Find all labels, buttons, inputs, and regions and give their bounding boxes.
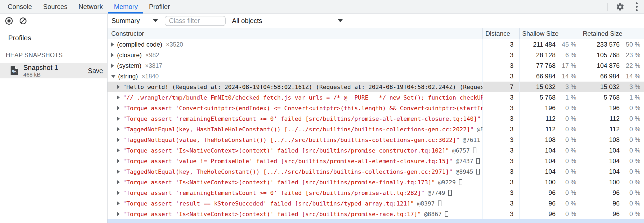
expand-arrow-icon[interactable] bbox=[117, 201, 120, 206]
class-filter-input[interactable] bbox=[165, 16, 226, 26]
table-row[interactable]: "TaggedNotEqual(value, TheHoleConstant()… bbox=[108, 135, 644, 145]
expand-arrow-icon[interactable] bbox=[117, 180, 120, 184]
expand-arrow-icon[interactable] bbox=[117, 106, 120, 110]
object-id: @8867 bbox=[424, 211, 442, 217]
constructor-cell: "Torque assert 'Is<NativeContext>(contex… bbox=[108, 177, 482, 188]
string-value: "// .wrangler/tmp/bundle-FmNIt0/checked-… bbox=[123, 94, 482, 101]
distance-cell: 3 bbox=[482, 166, 519, 177]
retained-size-cell: 1040 % bbox=[580, 156, 644, 166]
distance-cell: 3 bbox=[482, 198, 519, 209]
shallow-size-percent: 3 % bbox=[556, 83, 580, 91]
object-id: @7611 bbox=[463, 137, 480, 143]
retained-size-cell: 1040 % bbox=[580, 145, 644, 156]
expand-arrow-icon[interactable] bbox=[117, 159, 120, 163]
settings-button[interactable] bbox=[615, 2, 625, 12]
expand-arrow-icon[interactable] bbox=[117, 138, 120, 142]
table-row[interactable]: "Torque assert 'result == kStoreSucceded… bbox=[108, 198, 644, 209]
save-snapshot-link[interactable]: Save bbox=[88, 67, 103, 75]
tab-memory[interactable]: Memory bbox=[108, 0, 143, 14]
constructor-cell: "TaggedNotEqual(key, HashTableHoleConsta… bbox=[108, 124, 482, 135]
retained-size-percent: 0 % bbox=[620, 115, 644, 122]
expand-arrow-icon[interactable] bbox=[117, 212, 120, 216]
expand-arrow-icon[interactable] bbox=[111, 53, 114, 57]
shallow-size-cell: 5 7681 % bbox=[519, 92, 580, 103]
table-row[interactable]: (compiled code)×35203211 48445 %233 5765… bbox=[108, 39, 644, 50]
column-header-retained-size[interactable]: Retained Size bbox=[580, 28, 644, 39]
devtools-tabbar: ConsoleSourcesNetworkMemoryProfiler bbox=[0, 0, 644, 14]
tab-console[interactable]: Console bbox=[2, 0, 38, 14]
objects-filter-select[interactable]: All objects bbox=[232, 17, 343, 25]
snapshot-name: Snapshot 1 bbox=[23, 64, 58, 72]
retained-size-percent: 3 % bbox=[620, 83, 644, 91]
heap-snapshots-section-title: HEAP SNAPSHOTS bbox=[6, 52, 107, 59]
tab-sources[interactable]: Sources bbox=[38, 0, 73, 14]
more-options-button[interactable] bbox=[634, 1, 639, 12]
tab-network[interactable]: Network bbox=[73, 0, 108, 14]
expand-arrow-icon[interactable] bbox=[111, 64, 114, 68]
chevron-down-icon bbox=[153, 19, 158, 22]
table-row[interactable]: "Torque assert 'Is<NativeContext>(contex… bbox=[108, 209, 644, 219]
shallow-size-percent: 6 % bbox=[556, 51, 580, 59]
retained-size-cell: 5 7681 % bbox=[580, 92, 644, 103]
shallow-size-value: 104 bbox=[545, 157, 556, 165]
table-row[interactable]: "Torque assert 'remainingElementsCount >… bbox=[108, 188, 644, 198]
table-row[interactable]: "Torque assert 'value != PromiseHole' fa… bbox=[108, 156, 644, 166]
take-snapshot-button[interactable] bbox=[5, 17, 13, 25]
table-row[interactable]: "Torque assert 'Is<NativeContext>(contex… bbox=[108, 145, 644, 156]
collapse-arrow-icon[interactable] bbox=[111, 75, 115, 78]
expand-arrow-icon[interactable] bbox=[117, 85, 120, 89]
distance-cell: 3 bbox=[482, 124, 519, 135]
column-header-distance[interactable]: Distance bbox=[482, 28, 519, 39]
nonprintable-char-icon bbox=[473, 148, 476, 153]
table-row[interactable]: (string)×1840366 98414 %66 98414 % bbox=[108, 71, 644, 82]
retained-size-percent: 0 % bbox=[620, 210, 644, 218]
table-row[interactable]: (system)×3817377 76817 %104 87622 % bbox=[108, 60, 644, 71]
distance-cell: 3 bbox=[482, 39, 519, 50]
expand-arrow-icon[interactable] bbox=[117, 148, 120, 153]
table-row[interactable]: "// .wrangler/tmp/bundle-FmNIt0/checked-… bbox=[108, 92, 644, 103]
table-row[interactable]: (closure)×982328 1286 %105 76823 % bbox=[108, 50, 644, 60]
distance-cell: 7 bbox=[482, 82, 519, 92]
snapshot-item[interactable]: % Snapshot 1 468 kB Save bbox=[0, 63, 107, 78]
retained-size-value: 5 768 bbox=[604, 94, 620, 101]
object-id: @8945 bbox=[456, 168, 473, 175]
table-row[interactable]: "Hello world! (Requested at: 2024-08-19T… bbox=[108, 82, 644, 92]
expand-arrow-icon[interactable] bbox=[117, 95, 120, 100]
snapshot-text: Snapshot 1 468 kB bbox=[23, 64, 58, 78]
shallow-size-cell: 1040 % bbox=[519, 166, 580, 177]
expand-arrow-icon[interactable] bbox=[117, 191, 120, 195]
retained-size-percent: 0 % bbox=[620, 168, 644, 175]
table-row[interactable]: "Torque assert 'remainingElementsCount >… bbox=[108, 113, 644, 124]
string-value: "TaggedNotEqual(key, TheHoleConstant()) … bbox=[123, 168, 453, 175]
retained-size-value: 104 bbox=[609, 157, 620, 165]
instance-count: ×1840 bbox=[142, 73, 159, 80]
object-id: @8397 bbox=[417, 200, 435, 207]
clear-profiles-button[interactable] bbox=[20, 17, 26, 24]
perspective-select[interactable]: Summary bbox=[111, 17, 158, 25]
table-row[interactable]: "TaggedNotEqual(key, HashTableHoleConsta… bbox=[108, 124, 644, 135]
shallow-size-value: 96 bbox=[548, 210, 556, 218]
distance-cell: 3 bbox=[482, 113, 519, 124]
column-header-shallow-size[interactable]: Shallow Size bbox=[519, 28, 580, 39]
distance-cell: 3 bbox=[482, 209, 519, 219]
shallow-size-value: 96 bbox=[548, 189, 556, 197]
retained-size-value: 96 bbox=[612, 210, 620, 218]
retained-size-value: 96 bbox=[612, 189, 620, 197]
table-row[interactable]: "Torque assert 'Is<NativeContext>(contex… bbox=[108, 177, 644, 188]
retained-size-percent: 23 % bbox=[620, 51, 644, 59]
column-header-constructor[interactable]: Constructor bbox=[108, 28, 482, 39]
expand-arrow-icon[interactable] bbox=[111, 42, 114, 47]
retained-size-percent: 0 % bbox=[620, 179, 644, 186]
expand-arrow-icon[interactable] bbox=[117, 170, 120, 174]
devtools-window: ConsoleSourcesNetworkMemoryProfiler Prof… bbox=[0, 0, 644, 223]
expand-arrow-icon[interactable] bbox=[117, 127, 120, 131]
shallow-size-percent: 0 % bbox=[556, 136, 580, 144]
retained-size-value: 108 bbox=[609, 136, 620, 144]
table-row[interactable]: "TaggedNotEqual(key, TheHoleConstant()) … bbox=[108, 166, 644, 177]
table-row[interactable]: "Torque assert 'Convert<uintptr>(endInde… bbox=[108, 103, 644, 113]
retained-size-cell: 960 % bbox=[580, 209, 644, 219]
shallow-size-value: 15 032 bbox=[536, 83, 556, 91]
constructor-cell: "TaggedNotEqual(key, TheHoleConstant()) … bbox=[108, 166, 482, 177]
tab-profiler[interactable]: Profiler bbox=[143, 0, 175, 14]
expand-arrow-icon[interactable] bbox=[117, 117, 120, 121]
